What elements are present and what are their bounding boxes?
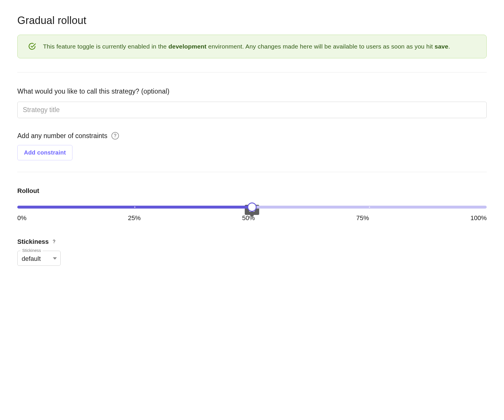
rollout-heading: Rollout [17,187,487,195]
slider-tick-label: 0% [17,214,27,222]
status-alert-message: This feature toggle is currently enabled… [43,42,450,51]
add-constraint-button[interactable]: Add constraint [17,145,72,160]
slider-tick-label: 75% [356,214,369,222]
stickiness-select[interactable]: Stickiness default [17,251,61,266]
page-title: Gradual rollout [17,14,487,27]
slider-thumb[interactable] [247,202,257,212]
strategy-name-label: What would you like to call this strateg… [17,88,487,95]
chevron-down-icon [53,257,57,259]
slider-tick-dot [134,207,135,208]
help-icon[interactable]: ? [111,132,119,140]
slider-tick-label: 25% [128,214,141,222]
rollout-slider[interactable]: 50 0% 25% 50% 75% 100% [17,206,487,222]
stickiness-selected-value: default [22,255,41,262]
help-icon[interactable]: ? [53,239,55,244]
stickiness-floating-label: Stickiness [20,248,43,253]
slider-tick-label: 100% [471,214,487,222]
slider-track[interactable] [17,206,487,209]
status-alert: This feature toggle is currently enabled… [17,35,487,58]
constraints-label: Add any number of constraints [17,132,107,140]
stickiness-heading: Stickiness [17,238,49,246]
check-circle-icon [28,42,36,51]
slider-tick-dot [369,207,370,208]
strategy-title-input[interactable] [17,102,487,118]
